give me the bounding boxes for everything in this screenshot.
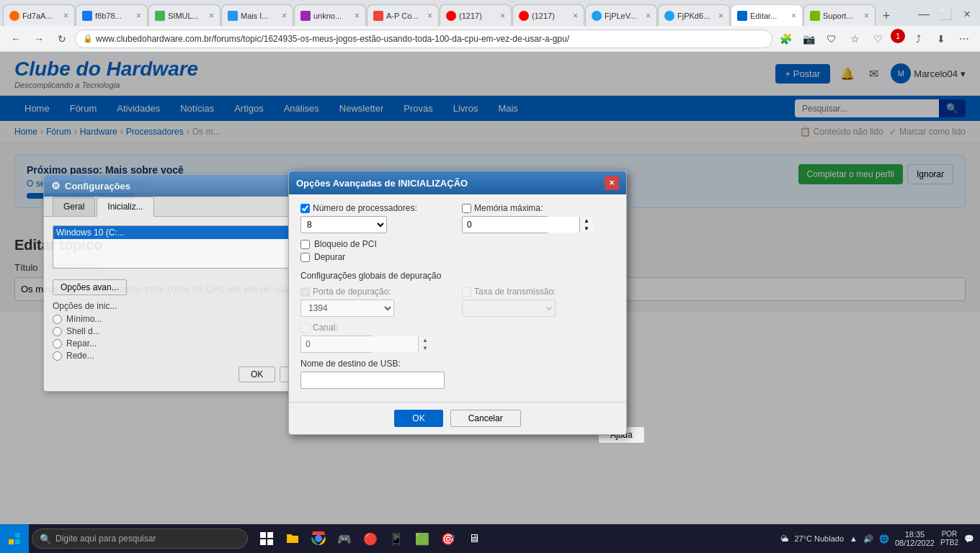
tab-close-btn[interactable]: × bbox=[63, 11, 68, 21]
restore-btn[interactable]: ⬜ bbox=[935, 6, 956, 23]
tab-close-btn[interactable]: × bbox=[136, 11, 141, 21]
transmission-select-wrapper bbox=[462, 300, 556, 317]
shield-btn[interactable]: 🛡 bbox=[821, 29, 842, 49]
num-processors-label: Número de processadores: bbox=[300, 203, 453, 213]
tab-unkno[interactable]: unkno... × bbox=[294, 4, 366, 26]
start-button[interactable] bbox=[0, 524, 29, 553]
app8-taskbar-btn[interactable]: 🖥 bbox=[461, 524, 487, 553]
taskbar-search[interactable]: 🔍 Digite aqui para pesquisar bbox=[32, 529, 248, 549]
memory-up-btn[interactable]: ▲ bbox=[580, 217, 593, 225]
tab-1217a[interactable]: (1217) × bbox=[440, 4, 512, 26]
tab-close-btn[interactable]: × bbox=[500, 11, 505, 21]
nvidia-taskbar-btn[interactable]: 🟩 bbox=[409, 524, 435, 553]
channel-input[interactable] bbox=[301, 336, 418, 352]
tab-close-btn[interactable]: × bbox=[864, 11, 869, 21]
refresh-btn[interactable]: ↻ bbox=[52, 29, 72, 49]
tab-label: FjPKd6... bbox=[677, 12, 710, 20]
tab-simul[interactable]: SIMUL... × bbox=[148, 4, 220, 26]
steam-taskbar-btn[interactable]: 🎯 bbox=[435, 524, 461, 553]
extensions-btn[interactable]: 🧩 bbox=[775, 29, 796, 49]
taskview-btn[interactable] bbox=[254, 524, 280, 553]
notifications-btn[interactable]: 💬 bbox=[964, 534, 974, 544]
taskbar-clock[interactable]: 18:35 08/12/2022 bbox=[895, 530, 935, 547]
back-btn[interactable]: ← bbox=[6, 29, 26, 49]
forward-btn[interactable]: → bbox=[29, 29, 49, 49]
new-tab-button[interactable]: + bbox=[876, 6, 896, 26]
lock-icon: 🔒 bbox=[83, 34, 93, 43]
heart-btn[interactable]: ♡ bbox=[868, 29, 888, 49]
usb-name-input[interactable] bbox=[300, 372, 445, 389]
tab-fjplev[interactable]: FjPLeV... × bbox=[585, 4, 657, 26]
transmission-checkbox[interactable] bbox=[462, 287, 471, 297]
tab-close-btn[interactable]: × bbox=[718, 11, 723, 21]
tab-close-btn[interactable]: × bbox=[355, 11, 360, 21]
tab-close-btn[interactable]: × bbox=[282, 11, 287, 21]
tab-editar[interactable]: Editar... × bbox=[731, 4, 803, 26]
configuracoes-ok-btn[interactable]: OK bbox=[239, 367, 275, 382]
tab-close-btn[interactable]: × bbox=[573, 11, 578, 21]
language-indicator[interactable]: POR PTB2 bbox=[940, 530, 958, 547]
channel-down-btn[interactable]: ▼ bbox=[419, 344, 432, 352]
configuracoes-title: Configurações bbox=[65, 181, 130, 192]
channel-spinners: ▲ ▼ bbox=[418, 336, 432, 352]
tab-geral[interactable]: Geral bbox=[53, 197, 95, 216]
tab-fd7a[interactable]: Fd7aA... × bbox=[3, 4, 75, 26]
opcoes-cancel-btn[interactable]: Cancelar bbox=[450, 410, 521, 427]
tab-favicon bbox=[300, 11, 311, 21]
tab-close-btn[interactable]: × bbox=[791, 11, 796, 21]
channel-up-btn[interactable]: ▲ bbox=[419, 336, 432, 344]
app6-taskbar-btn[interactable]: 📱 bbox=[383, 524, 409, 553]
num-processors-select[interactable]: 8 1 2 4 bbox=[300, 216, 387, 233]
tab-favicon bbox=[82, 11, 92, 21]
browser-window: Fd7aA... × f8b78... × SIMUL... × Mais I.… bbox=[0, 0, 980, 524]
opcoes-avancadas-close-btn[interactable]: × bbox=[605, 176, 619, 190]
transmission-select[interactable] bbox=[462, 300, 556, 317]
download-btn[interactable]: ⬇ bbox=[931, 29, 951, 49]
opcoes-avancadas-btn[interactable]: Opções avan... bbox=[53, 279, 127, 295]
debug-port-transmission-row: Porta de depuração: 1394 bbox=[300, 287, 615, 317]
chrome-taskbar-btn[interactable] bbox=[306, 524, 331, 553]
tab-f8b7[interactable]: f8b78... × bbox=[76, 4, 148, 26]
menu-btn[interactable]: ⋯ bbox=[954, 29, 974, 49]
channel-checkbox[interactable] bbox=[300, 323, 310, 333]
tab-label: SIMUL... bbox=[168, 12, 199, 20]
opcoes-avancadas-content: Número de processadores: 8 1 2 4 bbox=[289, 194, 626, 402]
favorites-btn[interactable]: ☆ bbox=[845, 29, 865, 49]
volume-icon[interactable]: 🔊 bbox=[863, 534, 873, 544]
itch-taskbar-btn[interactable]: 🎮 bbox=[331, 524, 357, 553]
tab-close-btn[interactable]: × bbox=[646, 11, 651, 21]
search-placeholder: Digite aqui para pesquisar bbox=[55, 534, 156, 544]
tab-ap[interactable]: A-P Co... × bbox=[367, 4, 439, 26]
tab-1217b[interactable]: (1217) × bbox=[512, 4, 584, 26]
screenshot-btn[interactable]: 📷 bbox=[798, 29, 819, 49]
up-arrow-icon[interactable]: ▲ bbox=[850, 534, 858, 543]
max-memory-input[interactable] bbox=[463, 217, 579, 233]
num-processors-checkbox[interactable] bbox=[300, 204, 310, 213]
tab-close-btn[interactable]: × bbox=[209, 11, 214, 21]
max-memory-checkbox[interactable] bbox=[462, 204, 471, 213]
minimize-btn[interactable]: — bbox=[914, 6, 934, 23]
network-icon[interactable]: 🌐 bbox=[879, 534, 889, 544]
url-text: www.clubedohardware.com.br/forums/topic/… bbox=[96, 34, 569, 44]
tab-label: f8b78... bbox=[95, 12, 122, 20]
tab-fjpkd[interactable]: FjPKd6... × bbox=[658, 4, 730, 26]
share-btn[interactable]: ⤴ bbox=[908, 29, 928, 49]
pci-block-checkbox[interactable] bbox=[300, 240, 310, 249]
debug-checkbox[interactable] bbox=[300, 253, 310, 262]
tab-mais[interactable]: Mais I... × bbox=[221, 4, 293, 26]
opcoes-ok-btn[interactable]: OK bbox=[394, 410, 442, 427]
close-browser-btn[interactable]: × bbox=[957, 6, 977, 23]
tab-close-btn[interactable]: × bbox=[427, 11, 432, 21]
svg-rect-1 bbox=[267, 532, 273, 538]
num-processors-col: Número de processadores: 8 1 2 4 bbox=[300, 203, 453, 233]
url-bar[interactable]: 🔒 www.clubedohardware.com.br/forums/topi… bbox=[75, 30, 772, 48]
tab-inicializacao[interactable]: Inicializ... bbox=[97, 197, 153, 217]
file-explorer-taskbar-btn[interactable] bbox=[280, 524, 306, 553]
app5-taskbar-btn[interactable]: 🔴 bbox=[357, 524, 383, 553]
tab-suport[interactable]: Suport... × bbox=[803, 4, 876, 26]
debug-port-checkbox[interactable] bbox=[300, 287, 310, 297]
processors-dropdown[interactable]: 8 1 2 4 bbox=[301, 217, 386, 233]
weather-icon: 🌥 bbox=[780, 534, 788, 543]
debug-port-select[interactable]: 1394 bbox=[300, 300, 394, 317]
memory-down-btn[interactable]: ▼ bbox=[580, 225, 593, 233]
